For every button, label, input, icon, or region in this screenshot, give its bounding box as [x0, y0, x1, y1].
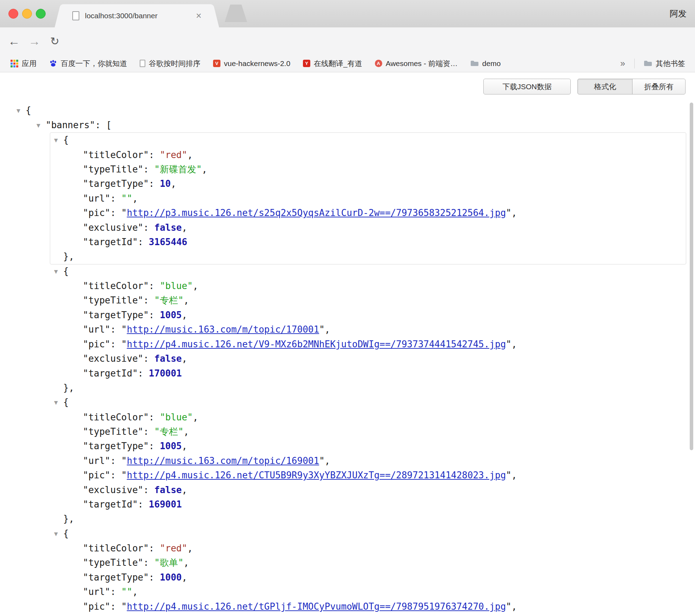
json-string-value: "": [121, 193, 132, 204]
collapse-toggle-icon[interactable]: ▼: [16, 104, 26, 118]
vue-favicon-icon: V: [213, 60, 220, 67]
collapse-toggle-icon[interactable]: ▼: [37, 118, 46, 133]
bookmark-item-awesomes[interactable]: A Awesomes - 前端资…: [375, 59, 458, 68]
close-button[interactable]: [8, 9, 18, 19]
page-content: 下载JSON数据 格式化 折叠所有 ▼{▼"banners": [▼{"titl…: [0, 72, 695, 616]
download-json-button[interactable]: 下载JSON数据: [483, 79, 571, 94]
other-bookmarks-label: 其他书签: [656, 59, 685, 68]
back-button[interactable]: ←: [5, 27, 23, 55]
folder-icon: [644, 60, 652, 67]
json-url-link[interactable]: http://p4.music.126.net/tGPljf-IMOCyPvum…: [127, 601, 506, 612]
json-line: },: [50, 249, 686, 264]
bookmark-item-demo[interactable]: demo: [470, 59, 501, 68]
forward-button[interactable]: →: [25, 27, 44, 55]
json-line: "exclusive": false,: [50, 483, 686, 497]
json-line: },: [50, 512, 686, 526]
json-bool-value: false: [154, 222, 182, 233]
bookmarks-bar: 应用 百度一下，你就知道 谷歌按时间排序 V vue-hackernews-2.…: [0, 55, 695, 72]
json-url-link[interactable]: http://music.163.com/m/topic/170001: [127, 324, 319, 335]
collapse-toggle-icon[interactable]: ▼: [54, 133, 63, 148]
json-line: "targetId": 169001: [50, 497, 686, 512]
json-line: "targetType": 1005,: [50, 308, 686, 322]
tab-title: localhost:3000/banner: [85, 12, 191, 20]
json-object: ▼{"titleColor": "red","typeTitle": "新碟首发…: [50, 133, 686, 264]
bookmark-item-apps[interactable]: 应用: [11, 59, 37, 68]
browser-toolbar: ← → ↻ ⓘ localhost:3000/banner ☆ V en 英 F…: [0, 27, 695, 55]
tab-close-icon[interactable]: ×: [196, 11, 201, 21]
json-line: },: [50, 381, 686, 395]
json-url-link[interactable]: http://music.163.com/m/topic/169001: [127, 456, 319, 466]
json-bool-value: false: [154, 353, 182, 364]
bookmark-label: Awesomes - 前端资…: [386, 59, 458, 68]
json-line: "exclusive": false,: [50, 614, 686, 616]
json-string-value: "歌单": [154, 557, 184, 568]
json-line: ▼{: [50, 526, 686, 541]
json-line: ▼{: [50, 395, 686, 410]
json-string-value: "red": [160, 543, 187, 553]
json-line: ▼{: [50, 264, 686, 279]
zoom-button[interactable]: [36, 9, 46, 19]
format-button[interactable]: 格式化: [577, 79, 633, 94]
new-tab-button[interactable]: [225, 5, 247, 22]
json-string-value: "blue": [160, 281, 193, 291]
bookmark-item-vue-hackernews[interactable]: V vue-hackernews-2.0: [213, 59, 290, 68]
bookmarks-right-cluster: » 其他书签: [620, 58, 695, 68]
json-line: "targetType": 10,: [50, 177, 686, 191]
json-bool-value: false: [154, 485, 182, 495]
json-line: "url": "",: [50, 191, 686, 206]
page-favicon-icon: [72, 11, 79, 20]
json-number-value: 170001: [149, 368, 182, 379]
minimize-button[interactable]: [22, 9, 32, 19]
json-line: "typeTitle": "新碟首发",: [50, 162, 686, 177]
collapse-toggle-icon[interactable]: ▼: [54, 527, 63, 541]
bookmark-label: 应用: [22, 59, 37, 68]
tab-strip: localhost:3000/banner × 阿发: [0, 0, 695, 27]
json-number-value: 1000: [160, 572, 182, 583]
json-number-value: 169001: [149, 499, 182, 510]
json-url-link[interactable]: http://p4.music.126.net/CTU5B9R9y3XyYBZX…: [127, 470, 506, 480]
bookmark-label: 谷歌按时间排序: [149, 59, 200, 68]
profile-name[interactable]: 阿发: [670, 8, 687, 19]
json-string-value: "新碟首发": [154, 164, 202, 175]
reload-button[interactable]: ↻: [46, 27, 64, 55]
json-line: "targetType": 1005,: [50, 439, 686, 453]
json-string-value: "专栏": [154, 426, 184, 437]
json-line: "pic": "http://p4.music.126.net/V9-MXz6b…: [50, 337, 686, 352]
bookmark-label: demo: [482, 59, 501, 68]
json-line: "url": "",: [50, 585, 686, 599]
json-line: ▼"banners": [: [0, 118, 695, 133]
bookmark-item-baidu[interactable]: 百度一下，你就知道: [49, 59, 127, 68]
bookmark-item-youdao[interactable]: Y 在线翻译_有道: [303, 59, 362, 68]
json-number-value: 1005: [160, 441, 182, 451]
page-icon: [140, 60, 145, 67]
json-line: "pic": "http://p4.music.126.net/CTU5B9R9…: [50, 468, 686, 483]
json-line: "titleColor": "blue",: [50, 279, 686, 293]
baidu-paw-icon: [49, 59, 57, 67]
json-number-value: 1005: [160, 310, 182, 320]
other-bookmarks[interactable]: 其他书签: [644, 59, 685, 68]
collapse-all-button[interactable]: 折叠所有: [632, 79, 686, 94]
json-url-link[interactable]: http://p3.music.126.net/s25q2x5QyqsAzilC…: [127, 208, 506, 218]
bookmark-item-google-sort[interactable]: 谷歌按时间排序: [140, 59, 200, 68]
json-line: "titleColor": "blue",: [50, 410, 686, 425]
collapse-toggle-icon[interactable]: ▼: [54, 264, 63, 279]
json-line: "typeTitle": "专栏",: [50, 425, 686, 439]
json-line: ▼{: [50, 133, 686, 148]
json-line: "url": "http://music.163.com/m/topic/169…: [50, 454, 686, 468]
scrollbar-thumb[interactable]: [690, 103, 693, 450]
apps-grid-icon: [11, 60, 18, 67]
youdao-favicon-icon: Y: [303, 60, 310, 67]
json-line: "targetId": 3165446: [50, 235, 686, 249]
json-string-value: "": [121, 586, 132, 597]
json-line: "exclusive": false,: [50, 221, 686, 235]
browser-tab[interactable]: localhost:3000/banner ×: [62, 4, 212, 27]
json-number-value: 3165446: [149, 237, 187, 247]
json-line: "pic": "http://p4.music.126.net/tGPljf-I…: [50, 599, 686, 614]
bookmark-label: vue-hackernews-2.0: [224, 59, 290, 68]
collapse-toggle-icon[interactable]: ▼: [54, 395, 63, 410]
json-url-link[interactable]: http://p4.music.126.net/V9-MXz6b2MNhEKju…: [127, 339, 506, 349]
json-string-value: "red": [160, 150, 187, 160]
json-line: "typeTitle": "专栏",: [50, 293, 686, 308]
bookmarks-overflow-chevron[interactable]: »: [620, 58, 625, 68]
json-line: "titleColor": "red",: [50, 148, 686, 162]
